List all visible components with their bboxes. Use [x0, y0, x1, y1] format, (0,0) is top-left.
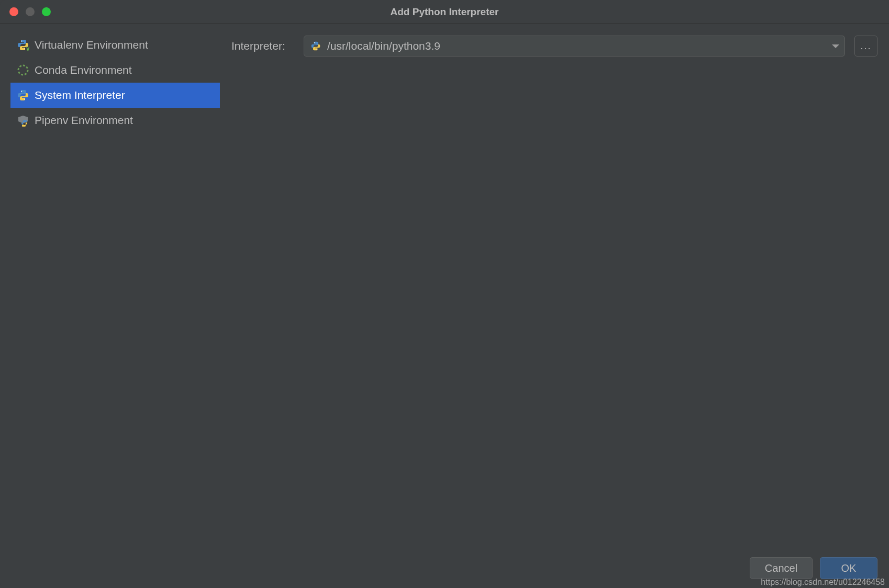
main-panel: Interpreter: /usr/local/bin/python3.9 [220, 32, 889, 548]
interpreter-label: Interpreter: [231, 40, 294, 52]
browse-button[interactable]: ... [854, 36, 877, 56]
interpreter-row: Interpreter: /usr/local/bin/python3.9 [231, 36, 877, 56]
python-venv-icon: V [17, 39, 29, 51]
dialog-body: V Virtualenv Environment Conda Environme… [0, 24, 889, 548]
svg-point-6 [314, 42, 315, 43]
traffic-lights [0, 7, 51, 16]
sidebar-item-conda[interactable]: Conda Environment [10, 58, 220, 83]
dialog-footer: Cancel OK [0, 548, 889, 588]
minimize-window-button[interactable] [26, 7, 35, 16]
ok-button-label: OK [841, 562, 857, 574]
sidebar-item-virtualenv[interactable]: V Virtualenv Environment [10, 32, 220, 58]
interpreter-value: /usr/local/bin/python3.9 [327, 40, 440, 52]
svg-point-1 [24, 49, 25, 50]
sidebar-item-label: Virtualenv Environment [35, 39, 148, 51]
cancel-button-label: Cancel [765, 562, 797, 574]
window-title: Add Python Interpreter [391, 6, 499, 18]
svg-point-5 [24, 99, 25, 100]
interpreter-type-sidebar: V Virtualenv Environment Conda Environme… [0, 32, 220, 548]
svg-point-0 [21, 41, 22, 42]
svg-point-3 [18, 65, 28, 75]
sidebar-item-pipenv[interactable]: Pipenv Environment [10, 108, 220, 133]
svg-point-4 [21, 91, 22, 92]
maximize-window-button[interactable] [42, 7, 51, 16]
sidebar-item-label: System Interpreter [35, 89, 125, 101]
titlebar: Add Python Interpreter [0, 0, 889, 24]
dialog-window: Add Python Interpreter V Virtualenv Envi… [0, 0, 889, 588]
sidebar-item-system-interpreter[interactable]: System Interpreter [10, 83, 220, 108]
sidebar-item-label: Conda Environment [35, 64, 132, 76]
ellipsis-icon: ... [860, 41, 871, 52]
svg-point-7 [317, 49, 318, 50]
python-icon [309, 40, 322, 52]
sidebar-item-label: Pipenv Environment [35, 114, 133, 127]
chevron-down-icon [832, 44, 839, 48]
close-window-button[interactable] [9, 7, 18, 16]
interpreter-combobox[interactable]: /usr/local/bin/python3.9 [304, 36, 845, 56]
python-icon [17, 89, 29, 101]
ok-button[interactable]: OK [820, 557, 877, 579]
cancel-button[interactable]: Cancel [750, 557, 813, 579]
svg-text:V: V [26, 46, 29, 51]
pipenv-icon [17, 114, 29, 127]
conda-icon [17, 64, 29, 76]
